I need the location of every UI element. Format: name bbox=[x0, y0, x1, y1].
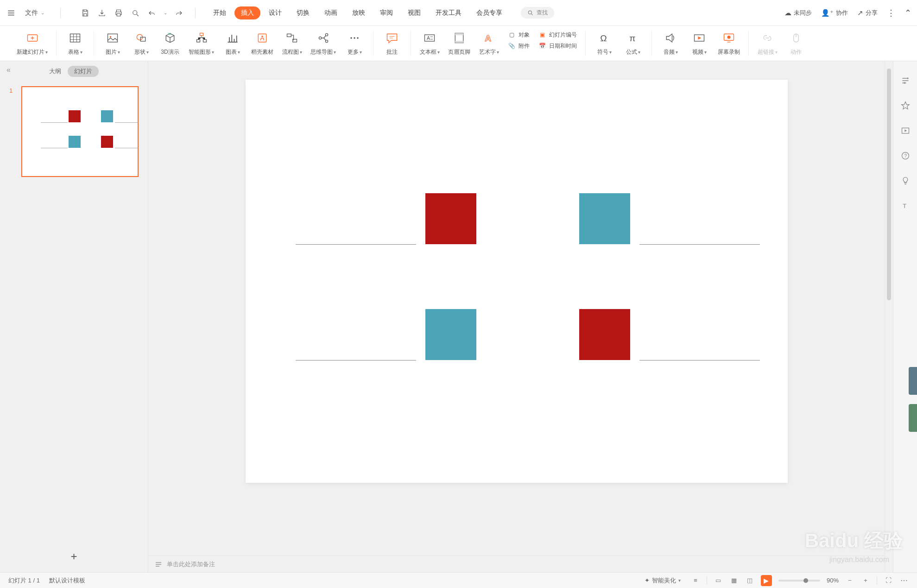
svg-point-20 bbox=[354, 37, 355, 39]
stock-button[interactable]: 稻壳素材 bbox=[251, 31, 273, 56]
shape-red-1[interactable] bbox=[425, 193, 476, 244]
settings-icon[interactable] bbox=[900, 75, 911, 86]
star-icon[interactable] bbox=[900, 100, 911, 111]
svg-rect-25 bbox=[455, 33, 463, 35]
tab-transition[interactable]: 切换 bbox=[290, 6, 316, 19]
omega-icon: Ω bbox=[597, 31, 612, 45]
tab-start[interactable]: 开始 bbox=[207, 6, 233, 19]
file-menu[interactable]: 文件 ⌄ bbox=[20, 7, 49, 19]
audio-button[interactable]: 音频▾ bbox=[660, 31, 681, 56]
play-icon[interactable] bbox=[900, 125, 911, 136]
tab-view[interactable]: 视图 bbox=[401, 6, 427, 19]
smartart-button[interactable]: 智能图形▾ bbox=[189, 31, 214, 56]
save-icon[interactable] bbox=[80, 8, 90, 18]
print-icon[interactable] bbox=[114, 8, 124, 18]
slidenum-button[interactable]: ▣幻灯片编号 bbox=[538, 31, 577, 39]
scrollbar-thumb[interactable] bbox=[887, 69, 891, 300]
print-preview-icon[interactable] bbox=[130, 8, 140, 18]
bulb-icon[interactable] bbox=[900, 175, 911, 186]
side-tab-2[interactable] bbox=[909, 404, 917, 432]
tab-design[interactable]: 设计 bbox=[262, 6, 288, 19]
menu-icon[interactable] bbox=[6, 7, 17, 19]
zoom-slider[interactable] bbox=[778, 580, 820, 582]
search-box[interactable]: 查找 bbox=[521, 7, 554, 19]
shape-button[interactable]: 形状▾ bbox=[131, 31, 152, 56]
export-icon[interactable] bbox=[97, 8, 107, 18]
zoom-thumb[interactable] bbox=[803, 578, 808, 583]
undo-icon[interactable] bbox=[147, 8, 157, 18]
wordart-button[interactable]: A 艺术字▾ bbox=[479, 31, 499, 56]
object-button[interactable]: ▢对象 bbox=[507, 31, 530, 39]
redo-icon[interactable] bbox=[174, 8, 184, 18]
view-slideshow-icon[interactable]: ▶ bbox=[761, 575, 772, 586]
person-icon: 👤⁺ bbox=[821, 9, 834, 17]
tab-member[interactable]: 会员专享 bbox=[470, 6, 509, 19]
shape-teal-1[interactable] bbox=[579, 193, 630, 244]
line-3[interactable] bbox=[296, 360, 416, 360]
collapse-ribbon-icon[interactable]: ⌃ bbox=[904, 8, 911, 18]
view-sorter-icon[interactable]: ▦ bbox=[729, 576, 739, 585]
notes-toggle-icon[interactable]: ≡ bbox=[691, 576, 700, 585]
zoom-minus-icon[interactable]: − bbox=[845, 576, 854, 585]
flowchart-icon bbox=[285, 31, 299, 45]
view-reading-icon[interactable]: ◫ bbox=[745, 576, 754, 585]
equation-button[interactable]: π 公式▾ bbox=[623, 31, 643, 56]
svg-rect-9 bbox=[200, 33, 203, 36]
shape-teal-2[interactable] bbox=[425, 309, 476, 360]
tab-review[interactable]: 审阅 bbox=[373, 6, 399, 19]
more-icon[interactable]: ⋮ bbox=[887, 8, 895, 18]
notes-bar[interactable]: 单击此处添加备注 bbox=[148, 556, 885, 572]
share-button[interactable]: ↗分享 bbox=[857, 9, 878, 17]
video-icon bbox=[692, 31, 707, 45]
notes-icon bbox=[155, 561, 162, 568]
line-4[interactable] bbox=[639, 360, 760, 360]
object-icon: ▢ bbox=[507, 31, 516, 39]
symbol-button[interactable]: Ω 符号▾ bbox=[594, 31, 614, 56]
picture-button[interactable]: 图片▾ bbox=[102, 31, 123, 56]
text-icon[interactable]: T bbox=[900, 200, 911, 211]
flowchart-button[interactable]: 流程图▾ bbox=[282, 31, 302, 56]
more-button[interactable]: 更多▾ bbox=[344, 31, 365, 56]
outline-tab[interactable]: 大纲 bbox=[49, 67, 61, 76]
new-slide-button[interactable]: 新建幻灯片▾ bbox=[17, 31, 48, 56]
action-button: 动作 bbox=[786, 31, 806, 56]
help-icon[interactable]: ? bbox=[900, 150, 911, 161]
svg-point-0 bbox=[133, 10, 137, 14]
line-1[interactable] bbox=[296, 244, 416, 245]
line-2[interactable] bbox=[639, 244, 760, 245]
beautify-button[interactable]: ✦ 智能美化 ▾ bbox=[641, 575, 684, 586]
view-normal-icon[interactable]: ▭ bbox=[714, 576, 723, 585]
zoom-plus-icon[interactable]: + bbox=[861, 576, 870, 585]
vertical-scrollbar[interactable] bbox=[885, 61, 893, 572]
attachment-button[interactable]: 📎附件 bbox=[507, 42, 530, 50]
slide-thumbnail[interactable] bbox=[21, 86, 139, 177]
fit-icon[interactable]: ⛶ bbox=[884, 576, 893, 585]
tab-insert[interactable]: 插入 bbox=[234, 6, 260, 19]
collapse-panel-icon[interactable]: « bbox=[6, 66, 11, 74]
slides-tab[interactable]: 幻灯片 bbox=[68, 66, 99, 77]
canvas-scroll[interactable] bbox=[148, 61, 885, 556]
tab-animation[interactable]: 动画 bbox=[318, 6, 344, 19]
undo-dropdown-icon[interactable]: ⌄ bbox=[164, 10, 167, 15]
more-status-icon[interactable]: ⋯ bbox=[899, 576, 909, 585]
screenrec-button[interactable]: 屏幕录制 bbox=[718, 31, 740, 56]
zoom-value[interactable]: 90% bbox=[827, 577, 839, 584]
slide-canvas[interactable] bbox=[246, 80, 788, 483]
tab-devtools[interactable]: 开发工具 bbox=[429, 6, 468, 19]
add-slide-button[interactable]: + bbox=[0, 543, 148, 572]
chart-button[interactable]: 图表▾ bbox=[222, 31, 243, 56]
tab-slideshow[interactable]: 放映 bbox=[346, 6, 372, 19]
side-tab-1[interactable] bbox=[909, 367, 917, 395]
sync-status[interactable]: ☁未同步 bbox=[784, 9, 812, 17]
textbox-button[interactable]: A 文本框▾ bbox=[419, 31, 440, 56]
shape-red-2[interactable] bbox=[579, 309, 630, 360]
collab-button[interactable]: 👤⁺协作 bbox=[821, 9, 848, 17]
headerfooter-button[interactable]: 页眉页脚 bbox=[448, 31, 470, 56]
table-button[interactable]: 表格▾ bbox=[65, 31, 85, 56]
file-menu-label: 文件 bbox=[25, 9, 38, 17]
mindmap-button[interactable]: 思维导图▾ bbox=[310, 31, 336, 56]
comment-button[interactable]: 批注 bbox=[382, 31, 402, 56]
datetime-button[interactable]: 📅日期和时间 bbox=[538, 42, 577, 50]
3d-button[interactable]: 3D 3D演示 bbox=[160, 31, 180, 56]
video-button[interactable]: 视频▾ bbox=[689, 31, 709, 56]
